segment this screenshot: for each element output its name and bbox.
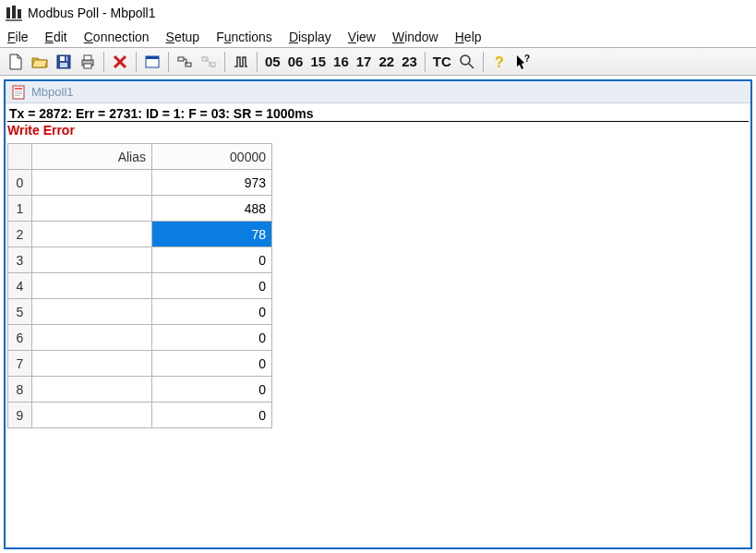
toolbar: 05 06 15 16 17 22 23 TC ? ?: [0, 48, 756, 76]
cell-value[interactable]: 0: [152, 247, 272, 273]
col-header-value[interactable]: 00000: [152, 144, 272, 170]
cell-alias[interactable]: [32, 377, 152, 403]
unlink-icon[interactable]: [198, 52, 219, 72]
context-help-icon[interactable]: ?: [513, 52, 534, 72]
cell-alias[interactable]: [32, 351, 152, 377]
menu-setup[interactable]: Setup: [166, 30, 200, 44]
fcode-06[interactable]: 06: [286, 54, 306, 69]
delete-icon[interactable]: [110, 52, 130, 72]
fcode-16[interactable]: 16: [331, 54, 351, 69]
svg-rect-23: [15, 93, 22, 94]
cell-value[interactable]: 0: [152, 403, 272, 428]
svg-rect-21: [15, 88, 22, 90]
row-header[interactable]: 4: [8, 273, 32, 299]
register-table: Alias 00000 0973148827830405060708090: [7, 143, 272, 428]
cell-value[interactable]: 0: [152, 273, 272, 299]
table-row[interactable]: 60: [8, 325, 272, 351]
fcode-23[interactable]: 23: [400, 54, 419, 69]
window-title: Modbus Poll - Mbpoll1: [28, 6, 156, 20]
menubar: File Edit Connection Setup Functions Dis…: [0, 26, 756, 48]
toolbar-separator: [103, 52, 104, 72]
tc-label[interactable]: TC: [433, 54, 451, 69]
table-row[interactable]: 50: [8, 299, 272, 325]
cell-value[interactable]: 78: [152, 222, 272, 247]
cell-alias[interactable]: [32, 222, 152, 247]
svg-rect-9: [84, 55, 91, 60]
table-row[interactable]: 1488: [8, 196, 272, 222]
row-header[interactable]: 0: [8, 170, 32, 196]
cell-alias[interactable]: [32, 273, 152, 299]
cell-alias[interactable]: [32, 325, 152, 351]
row-header[interactable]: 5: [8, 299, 32, 325]
cell-value[interactable]: 0: [152, 325, 272, 351]
menu-edit[interactable]: Edit: [45, 30, 67, 44]
poll-error: Write Error: [6, 122, 750, 143]
fcode-22[interactable]: 22: [377, 54, 396, 69]
cell-alias[interactable]: [32, 299, 152, 325]
cell-value[interactable]: 0: [152, 377, 272, 403]
row-header[interactable]: 8: [8, 377, 32, 403]
svg-text:?: ?: [495, 54, 504, 70]
row-header[interactable]: 7: [8, 351, 32, 377]
row-header[interactable]: 6: [8, 325, 32, 351]
svg-point-17: [461, 55, 470, 65]
table-row[interactable]: 90: [8, 403, 272, 428]
print-icon[interactable]: [78, 52, 98, 72]
svg-rect-0: [6, 7, 10, 18]
cell-alias[interactable]: [32, 196, 152, 222]
magnifier-icon[interactable]: [457, 52, 477, 72]
row-header[interactable]: 9: [8, 403, 32, 428]
menu-view[interactable]: View: [348, 30, 376, 44]
help-icon[interactable]: ?: [489, 52, 510, 72]
table-row[interactable]: 70: [8, 351, 272, 377]
menu-connection[interactable]: Connection: [84, 30, 150, 44]
menu-functions[interactable]: Functions: [216, 30, 272, 44]
svg-text:?: ?: [524, 54, 530, 64]
table-row[interactable]: 278: [8, 222, 272, 247]
fcode-17[interactable]: 17: [354, 54, 374, 69]
mdi-titlebar[interactable]: Mbpoll1: [6, 81, 750, 103]
pulse-icon[interactable]: [231, 52, 251, 72]
svg-rect-13: [178, 57, 184, 61]
menu-help[interactable]: Help: [455, 30, 482, 44]
svg-rect-10: [84, 64, 91, 68]
poll-status: Tx = 2872: Err = 2731: ID = 1: F = 03: S…: [7, 103, 749, 122]
menu-file[interactable]: File: [7, 30, 29, 44]
link-icon[interactable]: [174, 52, 195, 72]
cell-alias[interactable]: [32, 247, 152, 273]
menu-display[interactable]: Display: [289, 30, 331, 44]
table-row[interactable]: 30: [8, 247, 272, 273]
cell-value[interactable]: 973: [152, 170, 272, 196]
cell-alias[interactable]: [32, 403, 152, 428]
svg-rect-3: [6, 19, 22, 21]
cell-alias[interactable]: [32, 170, 152, 196]
toolbar-separator: [136, 52, 137, 72]
toolbar-separator: [425, 52, 426, 72]
cell-value[interactable]: 488: [152, 196, 272, 222]
toolbar-separator: [483, 52, 484, 72]
svg-rect-22: [15, 91, 22, 92]
toolbar-separator: [257, 52, 258, 72]
save-icon[interactable]: [54, 52, 74, 72]
titlebar: Modbus Poll - Mbpoll1: [0, 0, 756, 26]
app-icon: [6, 5, 22, 21]
toolbar-separator: [224, 52, 225, 72]
table-row[interactable]: 40: [8, 273, 272, 299]
open-file-icon[interactable]: [30, 52, 50, 72]
cell-value[interactable]: 0: [152, 351, 272, 377]
window-icon[interactable]: [142, 52, 162, 72]
svg-rect-6: [60, 63, 67, 67]
row-header[interactable]: 2: [8, 222, 32, 247]
document-icon: [11, 85, 26, 100]
new-file-icon[interactable]: [6, 52, 26, 72]
row-header[interactable]: 1: [8, 196, 32, 222]
fcode-15[interactable]: 15: [308, 54, 328, 69]
fcode-05[interactable]: 05: [263, 54, 282, 69]
table-row[interactable]: 80: [8, 377, 272, 403]
row-header[interactable]: 3: [8, 247, 32, 273]
col-header-alias[interactable]: Alias: [32, 144, 152, 170]
table-row[interactable]: 0973: [8, 170, 272, 196]
menu-window[interactable]: Window: [392, 30, 438, 44]
svg-rect-24: [15, 95, 20, 96]
cell-value[interactable]: 0: [152, 299, 272, 325]
